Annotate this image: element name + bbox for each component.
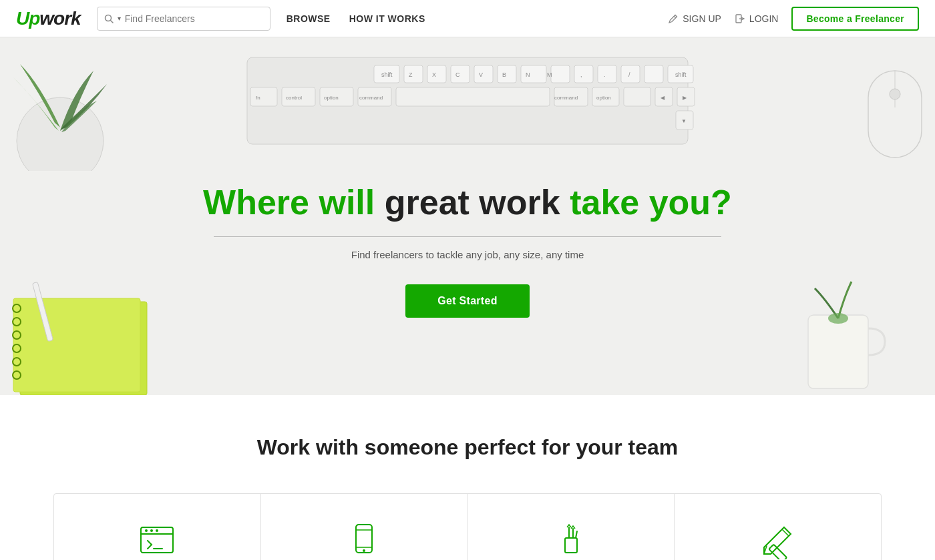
svg-text:▶: ▶ [683, 95, 687, 101]
svg-text:command: command [359, 95, 383, 101]
web-dev-icon [137, 521, 177, 560]
svg-text:control: control [286, 95, 302, 101]
svg-text:X: X [432, 71, 436, 78]
login-button[interactable]: LOGIN [735, 13, 779, 24]
svg-text:Z: Z [409, 71, 413, 78]
nav-links: BROWSE HOW IT WORKS [287, 13, 425, 24]
svg-rect-16 [598, 65, 616, 83]
login-icon [735, 13, 745, 24]
navbar: Upwork ▾ BROWSE HOW IT WORKS SIGN UP [0, 0, 935, 37]
nav-how-it-works[interactable]: HOW IT WORKS [349, 13, 425, 24]
svg-line-2 [674, 16, 676, 18]
svg-point-5 [17, 97, 104, 171]
category-mobile-developers[interactable]: MOBILE DEVELOPERS [261, 494, 468, 560]
svg-rect-13 [521, 65, 546, 83]
writers-icon [757, 521, 797, 560]
lower-title: Work with someone perfect for your team [53, 435, 882, 460]
hero-section: shift Z X C V B N M , . / shift [0, 37, 935, 395]
svg-text:▼: ▼ [681, 118, 687, 124]
category-web-developers[interactable]: WEB DEVELOPERS [54, 494, 261, 560]
svg-rect-18 [644, 65, 663, 83]
svg-rect-8 [404, 65, 423, 83]
headline-take-you: take you? [560, 183, 732, 222]
svg-rect-32 [250, 87, 277, 106]
svg-text:shift: shift [675, 71, 687, 78]
svg-rect-9 [427, 65, 446, 83]
hero-headline: Where will great work take you? [203, 182, 732, 223]
svg-point-68 [145, 529, 148, 532]
search-bar[interactable]: ▾ [97, 7, 270, 31]
svg-text:N: N [526, 71, 530, 78]
search-chevron-icon: ▾ [118, 15, 121, 22]
svg-text:.: . [604, 71, 606, 78]
svg-line-1 [110, 20, 113, 23]
svg-rect-11 [474, 65, 493, 83]
svg-rect-36 [396, 87, 550, 106]
svg-line-79 [576, 531, 577, 538]
mobile-dev-icon [344, 521, 384, 560]
svg-rect-72 [356, 525, 372, 553]
category-grid: WEB DEVELOPERS MOBILE DEVELOPERS [53, 493, 882, 560]
svg-text:option: option [324, 95, 339, 101]
svg-text:B: B [502, 71, 506, 78]
svg-rect-10 [451, 65, 470, 83]
svg-text:shift: shift [381, 71, 393, 78]
svg-rect-12 [498, 65, 516, 83]
category-designers[interactable]: DESIGNERS & CREATIVES [467, 494, 675, 560]
svg-point-75 [363, 549, 365, 552]
plant-decoration [0, 37, 154, 171]
logo[interactable]: Upwork [16, 8, 81, 29]
svg-point-54 [890, 89, 900, 99]
svg-rect-15 [574, 65, 593, 83]
headline-great-work: great work [385, 183, 560, 222]
headline-where-will: Where will [203, 183, 385, 222]
svg-point-65 [828, 313, 848, 324]
mouse-decoration [815, 57, 935, 191]
login-label: LOGIN [749, 13, 779, 24]
svg-text:C: C [455, 71, 460, 78]
category-writers[interactable]: WRITERS [675, 494, 882, 560]
signup-label: SIGN UP [683, 13, 721, 24]
notebook-decoration [0, 262, 160, 395]
svg-point-69 [150, 529, 153, 532]
coffee-decoration [788, 275, 895, 395]
nav-right: SIGN UP LOGIN Become a Freelancer [668, 7, 919, 31]
signup-button[interactable]: SIGN UP [668, 13, 721, 24]
lower-section: Work with someone perfect for your team … [0, 395, 935, 560]
become-freelancer-button[interactable]: Become a Freelancer [791, 7, 919, 31]
svg-rect-56 [13, 298, 140, 392]
svg-text:option: option [596, 95, 611, 101]
pencil-icon [668, 13, 679, 24]
search-input[interactable] [125, 13, 263, 24]
get-started-button[interactable]: Get Started [405, 284, 530, 318]
nav-browse[interactable]: BROWSE [287, 13, 331, 24]
svg-text:M: M [547, 71, 552, 78]
svg-text:,: , [580, 71, 582, 78]
hero-divider [214, 236, 721, 237]
svg-text:fn: fn [256, 95, 260, 101]
svg-rect-14 [551, 65, 570, 83]
svg-point-70 [156, 529, 158, 532]
svg-text:V: V [479, 71, 483, 78]
keyboard-decoration: shift Z X C V B N M , . / shift [227, 37, 708, 151]
svg-rect-76 [565, 538, 577, 553]
svg-rect-39 [624, 87, 650, 106]
svg-rect-17 [621, 65, 640, 83]
hero-content: Where will great work take you? Find fre… [203, 182, 732, 318]
search-icon [104, 14, 114, 23]
svg-text:command: command [554, 95, 578, 101]
svg-rect-64 [808, 315, 868, 388]
hero-subtitle: Find freelancers to tackle any job, any … [203, 249, 732, 260]
designers-icon [550, 521, 590, 560]
svg-text:◀: ◀ [661, 95, 665, 101]
